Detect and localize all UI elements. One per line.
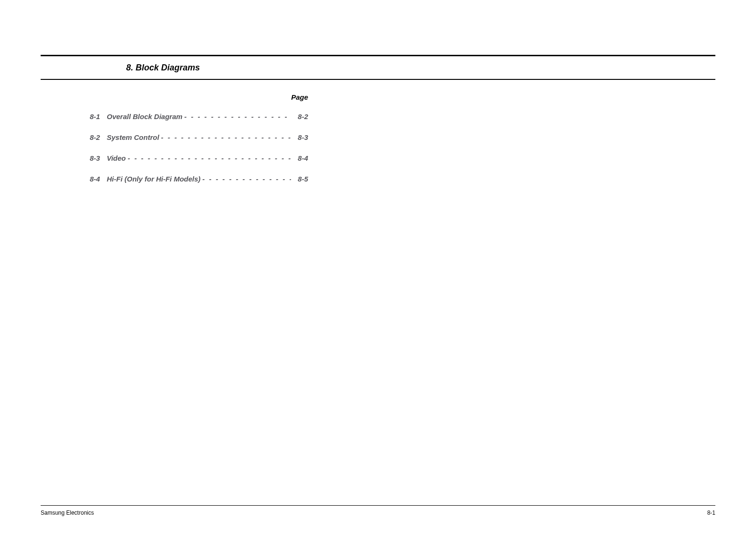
toc-entry-page: 8-3 xyxy=(291,133,308,142)
toc-entry-label-wrap: Hi-Fi (Only for Hi-Fi Models) - - - - - … xyxy=(107,175,291,183)
toc-entry-label-wrap: Video - - - - - - - - - - - - - - - - - … xyxy=(107,154,291,163)
toc-entry-label: Overall Block Diagram xyxy=(107,112,182,121)
toc-entry-label-wrap: Overall Block Diagram - - - - - - - - - … xyxy=(107,112,291,121)
footer-right-page-number: 8-1 xyxy=(707,509,715,516)
toc-leader-dashes: - - - - - - - - - - - - - - - - - - - - … xyxy=(159,133,291,142)
title-underline-rule xyxy=(41,79,715,80)
toc-entry-label: System Control xyxy=(107,133,159,142)
page-footer: Samsung Electronics 8-1 xyxy=(41,505,715,516)
toc-entry-label: Hi-Fi (Only for Hi-Fi Models) xyxy=(107,175,200,183)
toc-area: Page 8-1 Overall Block Diagram - - - - -… xyxy=(90,93,308,183)
toc-entry-label: Video xyxy=(107,154,126,163)
toc-entry-page: 8-4 xyxy=(291,154,308,163)
toc-leader-dashes: - - - - - - - - - - - - - - - - - - - - … xyxy=(182,112,291,121)
toc-entry: 8-2 System Control - - - - - - - - - - -… xyxy=(90,133,308,142)
toc-entry: 8-3 Video - - - - - - - - - - - - - - - … xyxy=(90,154,308,163)
toc-leader-dashes: - - - - - - - - - - - - - - - - - - - - … xyxy=(126,154,291,163)
chapter-title: 8. Block Diagrams xyxy=(126,63,200,72)
footer-left-text: Samsung Electronics xyxy=(41,509,94,516)
chapter-title-block: 8. Block Diagrams xyxy=(126,56,715,79)
toc-entry-number: 8-2 xyxy=(90,133,107,142)
toc-entry-label-wrap: System Control - - - - - - - - - - - - -… xyxy=(107,133,291,142)
toc-entry-number: 8-4 xyxy=(90,175,107,183)
toc-entry-page: 8-2 xyxy=(291,112,308,121)
toc-entry-number: 8-3 xyxy=(90,154,107,163)
page-container: 8. Block Diagrams Page 8-1 Overall Block… xyxy=(0,0,756,535)
page-column-header: Page xyxy=(90,93,308,101)
toc-entry-page: 8-5 xyxy=(291,175,308,183)
footer-content: Samsung Electronics 8-1 xyxy=(41,509,715,516)
toc-leader-dashes: - - - - - - - - - - - - - - - - - - - - … xyxy=(200,175,291,183)
toc-entry: 8-4 Hi-Fi (Only for Hi-Fi Models) - - - … xyxy=(90,175,308,183)
toc-entry: 8-1 Overall Block Diagram - - - - - - - … xyxy=(90,112,308,121)
footer-rule xyxy=(41,505,715,506)
toc-entry-number: 8-1 xyxy=(90,112,107,121)
